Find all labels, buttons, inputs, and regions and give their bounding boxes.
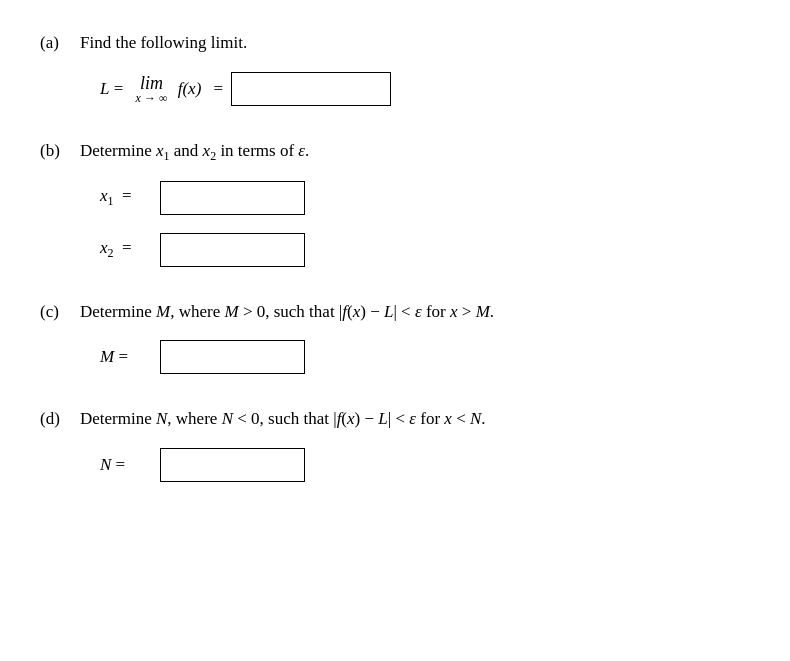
n-row: N = (100, 448, 750, 482)
lim-symbol: lim x → ∞ (136, 73, 168, 104)
x2-input[interactable] (160, 233, 305, 267)
section-b-label: (b) (40, 141, 68, 161)
section-d-header: (d) Determine N, where N < 0, such that … (40, 406, 750, 432)
n-input[interactable] (160, 448, 305, 482)
section-d-text: Determine N, where N < 0, such that |f(x… (80, 406, 486, 432)
section-c-text: Determine M, where M > 0, such that |f(x… (80, 299, 494, 325)
section-c: (c) Determine M, where M > 0, such that … (40, 299, 750, 375)
x2-label: x2 = (100, 238, 150, 261)
section-a-text: Find the following limit. (80, 30, 247, 56)
section-b-header: (b) Determine x1 and x2 in terms of ε. (40, 138, 750, 165)
m-label: M = (100, 347, 150, 367)
equals-sign: = (209, 79, 223, 99)
x1-input[interactable] (160, 181, 305, 215)
lim-subscript: x → ∞ (136, 92, 168, 104)
x2-row: x2 = (100, 233, 750, 267)
m-row: M = (100, 340, 750, 374)
x1-row: x1 = (100, 181, 750, 215)
section-d: (d) Determine N, where N < 0, such that … (40, 406, 750, 482)
section-c-header: (c) Determine M, where M > 0, such that … (40, 299, 750, 325)
section-a-header: (a) Find the following limit. (40, 30, 750, 56)
section-b-text: Determine x1 and x2 in terms of ε. (80, 138, 309, 165)
section-a: (a) Find the following limit. L = lim x … (40, 30, 750, 106)
limit-equation-row: L = lim x → ∞ f(x) = (100, 72, 750, 106)
limit-input[interactable] (231, 72, 391, 106)
x1-label: x1 = (100, 186, 150, 209)
section-b: (b) Determine x1 and x2 in terms of ε. x… (40, 138, 750, 267)
n-label: N = (100, 455, 150, 475)
section-c-label: (c) (40, 302, 68, 322)
m-input[interactable] (160, 340, 305, 374)
fx-label: f(x) (173, 79, 201, 99)
section-a-label: (a) (40, 33, 68, 53)
section-d-label: (d) (40, 409, 68, 429)
l-equals: L = (100, 79, 128, 99)
